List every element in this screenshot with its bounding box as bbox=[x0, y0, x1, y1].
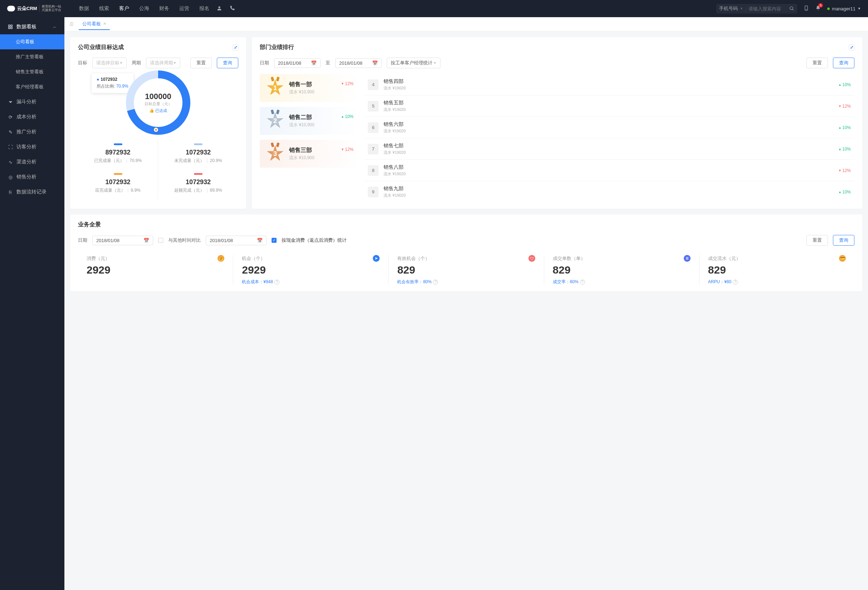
sidebar-sub-1[interactable]: 推广主管看板 bbox=[0, 49, 64, 64]
label-target: 目标 bbox=[78, 60, 87, 66]
label-date: 日期 bbox=[78, 237, 87, 244]
delta-badge: ▼12% bbox=[341, 147, 353, 152]
search-type[interactable]: 手机号码 bbox=[719, 5, 738, 12]
period-select[interactable]: 请选择周期▼ bbox=[146, 57, 180, 68]
rank-top-1[interactable]: 1销售一部流水 ¥10,900▼12% bbox=[260, 74, 360, 102]
rank-top-3[interactable]: 3销售三部流水 ¥10,900▼12% bbox=[260, 140, 360, 168]
reset-button[interactable]: 重置 bbox=[190, 57, 212, 68]
sidebar-sub-2[interactable]: 销售主管看板 bbox=[0, 64, 64, 79]
svg-rect-5 bbox=[9, 25, 10, 26]
sidebar-item-5[interactable]: ◎销售分析 bbox=[0, 169, 64, 184]
sidebar-icon: ∿ bbox=[8, 159, 13, 165]
metric-icon: 💰 bbox=[217, 255, 224, 262]
help-icon[interactable]: ? bbox=[733, 280, 738, 285]
label-period: 周期 bbox=[132, 60, 141, 66]
query-button[interactable]: 查询 bbox=[217, 57, 238, 68]
phone-icon[interactable] bbox=[229, 5, 235, 12]
svg-rect-8 bbox=[11, 27, 12, 29]
label-date: 日期 bbox=[260, 60, 269, 66]
medal-icon: 1 bbox=[266, 79, 284, 97]
reset-button[interactable]: 重置 bbox=[806, 57, 828, 68]
metric-cell-2: 1072932应完成量（元）|8.9% bbox=[78, 169, 158, 199]
query-button[interactable]: 查询 bbox=[833, 57, 855, 68]
help-icon[interactable]: ? bbox=[433, 280, 438, 285]
sidebar-sub-3[interactable]: 客户经理看板 bbox=[0, 79, 64, 94]
help-icon[interactable]: ? bbox=[275, 280, 279, 285]
metric-cell-1: 1072932未完成量（元）|20.9% bbox=[158, 140, 238, 169]
metric-cell-0: 8972932已完成量（元）|70.9% bbox=[78, 140, 158, 169]
compare-checkbox[interactable] bbox=[158, 238, 163, 243]
help-icon[interactable]: ? bbox=[580, 280, 585, 285]
svg-rect-7 bbox=[9, 27, 10, 29]
cash-checkbox[interactable]: ✓ bbox=[272, 238, 276, 243]
ov-date1[interactable]: 2018/01/08📅 bbox=[92, 235, 153, 245]
metric-icon: ➤ bbox=[373, 255, 379, 262]
date-to[interactable]: 2018/01/08📅 bbox=[335, 58, 382, 68]
donut-chart: 100000 目标总量（元） 👍已达成 bbox=[126, 71, 190, 135]
notif-badge: 5 bbox=[818, 3, 823, 7]
donut-marker-icon bbox=[154, 128, 158, 132]
search-input[interactable] bbox=[746, 5, 789, 12]
expand-icon[interactable]: ⤢ bbox=[233, 45, 238, 50]
dashboard-icon bbox=[8, 24, 13, 29]
date-from[interactable]: 2018/01/08📅 bbox=[274, 58, 320, 68]
svg-rect-6 bbox=[11, 25, 12, 26]
sidebar-icon: ✎ bbox=[8, 129, 13, 134]
tab-company-board[interactable]: 公司看板 ✕ bbox=[79, 19, 110, 30]
top-nav: 数据线索客户公海财务运营报名 bbox=[79, 5, 209, 12]
nav-item-4[interactable]: 财务 bbox=[159, 5, 169, 12]
goal-card: 公司业绩目标达成 ⤢ 目标 请选择目标▼ 周期 请选择周期▼ 重置 bbox=[70, 37, 246, 209]
rank-top-2[interactable]: 2销售二部流水 ¥10,900▲10% bbox=[260, 107, 360, 135]
sidebar-item-3[interactable]: ⛶访客分析 bbox=[0, 140, 64, 154]
sidebar-item-2[interactable]: ✎推广分析 bbox=[0, 124, 64, 140]
sidebar-item-0[interactable]: ⏷漏斗分析 bbox=[0, 94, 64, 109]
svg-point-0 bbox=[218, 6, 220, 8]
logo-icon bbox=[7, 6, 15, 12]
nav-item-3[interactable]: 公海 bbox=[139, 5, 149, 12]
ov-date2[interactable]: 2018/01/08📅 bbox=[206, 235, 267, 245]
search-box[interactable]: 手机号码 ▼ | bbox=[716, 4, 797, 13]
reset-button[interactable]: 重置 bbox=[806, 235, 828, 246]
close-icon[interactable]: ✕ bbox=[103, 21, 106, 26]
rank-card: 部门业绩排行 ⤢ 日期 2018/01/08📅 至 2018/01/08📅 按工… bbox=[252, 37, 862, 209]
svg-point-1 bbox=[790, 7, 793, 10]
expand-icon[interactable]: ⤢ bbox=[849, 45, 855, 50]
nav-item-5[interactable]: 运营 bbox=[179, 5, 189, 12]
rank-item-9[interactable]: 9销售九部流水 ¥19020▲10% bbox=[364, 181, 855, 202]
nav-item-2[interactable]: 客户 bbox=[119, 5, 129, 12]
delta-badge: ▼12% bbox=[341, 81, 353, 86]
search-icon[interactable] bbox=[789, 6, 794, 11]
query-button[interactable]: 查询 bbox=[833, 235, 855, 246]
sidebar-item-4[interactable]: ∿渠道分析 bbox=[0, 154, 64, 169]
sidebar-item-1[interactable]: ⟳成本分析 bbox=[0, 109, 64, 124]
medal-icon: 2 bbox=[266, 112, 284, 130]
nav-item-6[interactable]: 报名 bbox=[199, 5, 209, 12]
rank-item-4[interactable]: 4销售四部流水 ¥19020▲10% bbox=[364, 74, 855, 96]
rank-item-7[interactable]: 7销售七部流水 ¥19020▲10% bbox=[364, 138, 855, 160]
sidebar-item-6[interactable]: ⎘数据流转记录 bbox=[0, 184, 64, 200]
chevron-down-icon: ▼ bbox=[173, 61, 176, 65]
delta-badge: ▲10% bbox=[341, 114, 353, 119]
chevron-down-icon: ▼ bbox=[858, 7, 861, 10]
nav-item-0[interactable]: 数据 bbox=[79, 5, 89, 12]
menu-toggle-icon[interactable]: ☰ bbox=[69, 21, 74, 27]
person-icon[interactable] bbox=[217, 5, 222, 12]
bell-icon[interactable]: 5 bbox=[815, 5, 821, 12]
target-select[interactable]: 请选择目标▼ bbox=[92, 57, 127, 68]
sidebar-sub-0[interactable]: 公司看板 bbox=[0, 34, 64, 49]
rank-item-6[interactable]: 6销售六部流水 ¥19020▲10% bbox=[364, 117, 855, 138]
rank-item-5[interactable]: 5销售五部流水 ¥19020▼12% bbox=[364, 96, 855, 117]
user-dropdown[interactable]: manager11 ▼ bbox=[827, 6, 861, 12]
nav-item-1[interactable]: 线索 bbox=[99, 5, 109, 12]
calendar-icon: 📅 bbox=[257, 238, 263, 243]
sidebar-head-dashboard[interactable]: 数据看板 ︿ bbox=[0, 19, 64, 34]
metric-cell-3: 1072932超额完成（元）|89.9% bbox=[158, 169, 238, 199]
chevron-down-icon: ▼ bbox=[433, 61, 437, 65]
logo[interactable]: 云朵CRM 教育机构一站 式服务云平台 bbox=[7, 5, 61, 12]
stat-mode-select[interactable]: 按工单客户经理统计▼ bbox=[387, 57, 440, 68]
mobile-icon[interactable] bbox=[804, 5, 809, 12]
rank-item-8[interactable]: 8销售八部流水 ¥19020▼12% bbox=[364, 160, 855, 181]
metric-icon: 💳 bbox=[839, 255, 846, 262]
delta-badge: ▲10% bbox=[838, 82, 851, 87]
sidebar-icon: ⛶ bbox=[8, 144, 13, 150]
